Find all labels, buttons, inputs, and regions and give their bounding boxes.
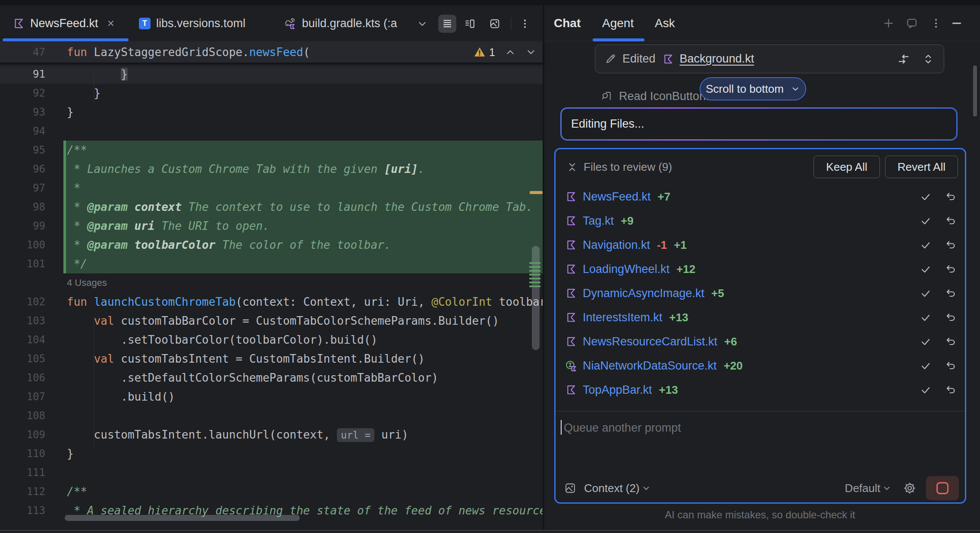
keep-all-button[interactable]: Keep All bbox=[814, 156, 879, 178]
chevron-down-icon[interactable] bbox=[641, 483, 651, 493]
code-lines[interactable]: 91 }92 }93}9495/**96 * Launches a Custom… bbox=[0, 65, 543, 520]
stripe-diff-mark[interactable] bbox=[529, 262, 540, 287]
revert-file-button[interactable] bbox=[945, 239, 956, 251]
gear-icon[interactable] bbox=[903, 481, 917, 495]
minimize-icon[interactable] bbox=[950, 16, 964, 30]
code-line[interactable]: 92 } bbox=[0, 84, 543, 103]
code-line[interactable]: 97 * bbox=[0, 179, 543, 198]
revert-file-button[interactable] bbox=[945, 191, 956, 202]
code-line[interactable]: 109 customTabsIntent.launchUrl(context, … bbox=[0, 425, 543, 444]
revert-file-button[interactable] bbox=[945, 263, 956, 275]
edited-file-link[interactable]: Background.kt bbox=[680, 52, 754, 66]
file-row[interactable]: NiaNetworkDataSource.kt+20 bbox=[556, 354, 965, 378]
code-line[interactable]: 100 * @param toolbarColor The color of t… bbox=[0, 235, 543, 254]
file-row[interactable]: DynamicAsyncImage.kt+5 bbox=[556, 281, 965, 305]
chat-history-icon[interactable] bbox=[905, 16, 919, 30]
tab-agent[interactable]: Agent bbox=[602, 5, 634, 41]
file-row[interactable]: Navigation.kt-1+1 bbox=[556, 233, 965, 257]
tab-ask[interactable]: Ask bbox=[655, 5, 675, 41]
code-line[interactable]: 99 * @param uri The URI to open. bbox=[0, 216, 543, 235]
edited-file-card[interactable]: Edited Background.kt bbox=[595, 44, 944, 73]
revert-file-button[interactable] bbox=[945, 288, 956, 299]
chat-options-kebab-icon[interactable] bbox=[929, 16, 943, 30]
keep-file-button[interactable] bbox=[920, 384, 931, 395]
stripe-warning-mark[interactable] bbox=[530, 191, 543, 194]
file-name-link[interactable]: TopAppBar.kt bbox=[583, 383, 652, 397]
code-line[interactable]: 106 .setDefaultColorSchemeParams(customT… bbox=[0, 368, 543, 387]
code-line[interactable]: 110} bbox=[0, 444, 543, 463]
keep-file-button[interactable] bbox=[920, 312, 931, 323]
file-name-link[interactable]: LoadingWheel.kt bbox=[583, 263, 669, 276]
file-row[interactable]: Tag.kt+9 bbox=[556, 209, 965, 233]
code-line[interactable]: 94 bbox=[0, 122, 543, 141]
collapse-icon[interactable] bbox=[567, 161, 578, 173]
code-line[interactable]: 95/** bbox=[0, 141, 543, 160]
keep-file-button[interactable] bbox=[920, 263, 931, 275]
code-line[interactable]: 103 val customTabBarColor = CustomTabCol… bbox=[0, 311, 543, 330]
code-line[interactable]: 96 * Launches a Custom Chrome Tab with t… bbox=[0, 160, 543, 179]
tab-libs-versions-toml[interactable]: T libs.versions.toml bbox=[139, 5, 245, 41]
code-line[interactable]: 101 */ bbox=[0, 254, 543, 273]
keep-file-button[interactable] bbox=[920, 336, 931, 347]
code-line[interactable]: 93} bbox=[0, 103, 543, 122]
editor-options-kebab-icon[interactable] bbox=[516, 15, 534, 33]
code-line[interactable]: 105 val customTabsIntent = CustomTabsInt… bbox=[0, 349, 543, 368]
code-line[interactable]: 104 .setToolbarColor(toolbarColor).build… bbox=[0, 330, 543, 349]
file-row[interactable]: TopAppBar.kt+13 bbox=[556, 378, 965, 402]
code-line[interactable]: 111 bbox=[0, 463, 543, 482]
revert-file-button[interactable] bbox=[945, 336, 956, 347]
file-name-link[interactable]: Navigation.kt bbox=[583, 238, 650, 252]
code-line[interactable]: 108 bbox=[0, 406, 543, 425]
code-line[interactable]: 112/** bbox=[0, 482, 543, 501]
revert-all-button[interactable]: Revert All bbox=[885, 156, 958, 178]
file-name-link[interactable]: NiaNetworkDataSource.kt bbox=[583, 359, 717, 373]
expand-chevrons-icon[interactable] bbox=[922, 53, 934, 65]
code-line[interactable]: 98 * @param context The context to use t… bbox=[0, 198, 543, 216]
active-tab-underline bbox=[593, 38, 644, 41]
keep-file-button[interactable] bbox=[920, 215, 931, 226]
stop-button[interactable] bbox=[926, 476, 959, 500]
keep-file-button[interactable] bbox=[920, 288, 931, 299]
new-chat-plus-icon[interactable] bbox=[882, 16, 895, 30]
editor-horizontal-scrollbar[interactable] bbox=[65, 515, 300, 521]
line-number: 100 bbox=[0, 235, 45, 254]
file-name-link[interactable]: NewsFeed.kt bbox=[583, 190, 651, 204]
code-line[interactable]: 91 } bbox=[0, 65, 543, 84]
scroll-to-bottom-button[interactable]: Scroll to bottom bbox=[700, 77, 806, 100]
file-name-link[interactable]: DynamicAsyncImage.kt bbox=[583, 287, 704, 300]
file-row[interactable]: LoadingWheel.kt+12 bbox=[556, 257, 965, 281]
file-row[interactable]: InterestsItem.kt+13 bbox=[556, 305, 965, 329]
attach-image-icon[interactable] bbox=[564, 482, 576, 494]
chevron-down-icon[interactable] bbox=[417, 18, 428, 29]
usages-hint[interactable]: 4 Usages bbox=[0, 273, 543, 292]
model-dropdown[interactable]: Default bbox=[845, 482, 880, 495]
file-name-link[interactable]: InterestsItem.kt bbox=[583, 311, 663, 324]
revert-file-button[interactable] bbox=[945, 312, 956, 323]
keep-file-button[interactable] bbox=[920, 191, 931, 202]
editor-vertical-scrollbar[interactable] bbox=[532, 246, 540, 350]
view-toggle-code[interactable] bbox=[438, 15, 456, 33]
file-name-link[interactable]: NewsResourceCardList.kt bbox=[583, 335, 717, 348]
chevron-down-icon[interactable] bbox=[882, 483, 892, 493]
keep-file-button[interactable] bbox=[920, 360, 931, 371]
revert-file-button[interactable] bbox=[945, 360, 956, 371]
keep-file-button[interactable] bbox=[920, 239, 931, 251]
tab-chat[interactable]: Chat bbox=[554, 5, 581, 41]
view-toggle-design[interactable] bbox=[486, 15, 504, 33]
revert-file-button[interactable] bbox=[945, 384, 956, 395]
file-row[interactable]: NewsResourceCardList.kt+6 bbox=[556, 329, 965, 354]
file-name-link[interactable]: Tag.kt bbox=[583, 214, 614, 228]
close-icon[interactable] bbox=[107, 19, 115, 28]
view-toggle-split[interactable] bbox=[461, 15, 479, 33]
chat-scrollbar[interactable] bbox=[973, 66, 977, 116]
code-line[interactable]: 107 .build() bbox=[0, 387, 543, 406]
context-dropdown[interactable]: Context (2) bbox=[584, 482, 640, 495]
tab-build-gradle[interactable]: build.gradle.kts (:a bbox=[284, 5, 397, 41]
revert-file-button[interactable] bbox=[945, 215, 956, 226]
file-row[interactable]: NewsFeed.kt+7 bbox=[556, 185, 965, 209]
prompt-input[interactable]: Queue another prompt bbox=[564, 421, 681, 435]
kotlin-interface-icon bbox=[565, 360, 577, 371]
diff-arrows-icon[interactable] bbox=[897, 53, 910, 66]
code-line[interactable]: 102fun launchCustomChromeTab(context: Co… bbox=[0, 292, 543, 311]
tab-newsfeed[interactable]: NewsFeed.kt bbox=[13, 5, 115, 41]
